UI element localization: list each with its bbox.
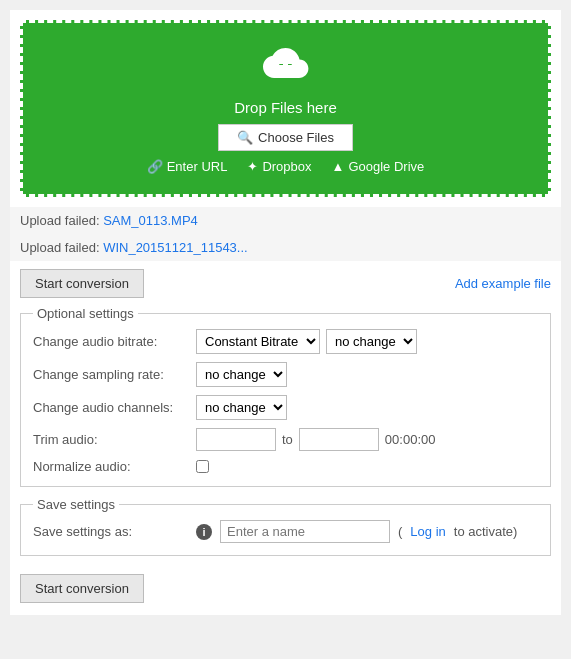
drop-links: 🔗 Enter URL ✦ Dropbox ▲ Google Drive — [147, 159, 425, 174]
audio-channels-row: Change audio channels: no change 1 (Mono… — [33, 395, 538, 420]
drop-zone[interactable]: Drop Files here 🔍 Choose Files 🔗 Enter U… — [20, 20, 551, 197]
audio-channels-select[interactable]: no change 1 (Mono) 2 (Stereo) — [196, 395, 287, 420]
trim-audio-row: Trim audio: to 00:00:00 — [33, 428, 538, 451]
link-icon: 🔗 — [147, 159, 163, 174]
action-row: Start conversion Add example file — [10, 261, 561, 306]
start-conversion-button-bottom[interactable]: Start conversion — [20, 574, 144, 603]
sampling-rate-row: Change sampling rate: no change 8000 Hz … — [33, 362, 538, 387]
normalize-audio-label: Normalize audio: — [33, 459, 188, 474]
audio-bitrate-control: Constant Bitrate Variable Bitrate no cha… — [196, 329, 417, 354]
dropbox-icon: ✦ — [247, 159, 258, 174]
save-settings-row: Save settings as: i (Log in to activate) — [33, 520, 538, 543]
bottom-action-row: Start conversion — [10, 566, 561, 615]
normalize-audio-row: Normalize audio: — [33, 459, 538, 474]
failed-label-1: Upload failed: — [20, 213, 103, 228]
audio-bitrate-row: Change audio bitrate: Constant Bitrate V… — [33, 329, 538, 354]
trim-start-input[interactable] — [196, 428, 276, 451]
info-icon[interactable]: i — [196, 524, 212, 540]
optional-settings-legend: Optional settings — [33, 306, 138, 321]
save-settings-fieldset: Save settings Save settings as: i (Log i… — [20, 497, 551, 556]
sampling-rate-label: Change sampling rate: — [33, 367, 188, 382]
trim-time-label: 00:00:00 — [385, 432, 436, 447]
search-icon: 🔍 — [237, 130, 253, 145]
google-drive-icon: ▲ — [332, 159, 345, 174]
cloud-upload-icon — [261, 43, 311, 91]
upload-failed-row-1: Upload failed: SAM_0113.MP4 — [10, 207, 561, 234]
audio-channels-label: Change audio channels: — [33, 400, 188, 415]
normalize-audio-control — [196, 460, 209, 473]
login-link[interactable]: Log in — [410, 524, 445, 539]
failed-filename-1: SAM_0113.MP4 — [103, 213, 198, 228]
save-name-input[interactable] — [220, 520, 390, 543]
drop-text: Drop Files here — [234, 99, 337, 116]
audio-bitrate-label: Change audio bitrate: — [33, 334, 188, 349]
audio-channels-control: no change 1 (Mono) 2 (Stereo) — [196, 395, 287, 420]
add-example-link[interactable]: Add example file — [455, 276, 551, 291]
audio-bitrate-type-select[interactable]: Constant Bitrate Variable Bitrate — [196, 329, 320, 354]
activate-suffix: to activate) — [454, 524, 518, 539]
save-settings-legend: Save settings — [33, 497, 119, 512]
trim-end-input[interactable] — [299, 428, 379, 451]
failed-filename-2: WIN_20151121_11543... — [103, 240, 248, 255]
save-settings-label: Save settings as: — [33, 524, 188, 539]
dropbox-link[interactable]: ✦ Dropbox — [247, 159, 311, 174]
google-drive-link[interactable]: ▲ Google Drive — [332, 159, 425, 174]
optional-settings-fieldset: Optional settings Change audio bitrate: … — [20, 306, 551, 487]
trim-audio-label: Trim audio: — [33, 432, 188, 447]
failed-label-2: Upload failed: — [20, 240, 103, 255]
upload-failed-row-2: Upload failed: WIN_20151121_11543... — [10, 234, 561, 261]
trim-to-label: to — [282, 432, 293, 447]
audio-bitrate-value-select[interactable]: no change 64k 128k 192k 256k 320k — [326, 329, 417, 354]
start-conversion-button-top[interactable]: Start conversion — [20, 269, 144, 298]
enter-url-link[interactable]: 🔗 Enter URL — [147, 159, 228, 174]
sampling-rate-control: no change 8000 Hz 11025 Hz 22050 Hz 4410… — [196, 362, 287, 387]
trim-audio-control: to 00:00:00 — [196, 428, 435, 451]
activate-prefix: ( — [398, 524, 402, 539]
normalize-audio-checkbox[interactable] — [196, 460, 209, 473]
main-container: Drop Files here 🔍 Choose Files 🔗 Enter U… — [10, 10, 561, 615]
choose-files-button[interactable]: 🔍 Choose Files — [218, 124, 353, 151]
sampling-rate-select[interactable]: no change 8000 Hz 11025 Hz 22050 Hz 4410… — [196, 362, 287, 387]
